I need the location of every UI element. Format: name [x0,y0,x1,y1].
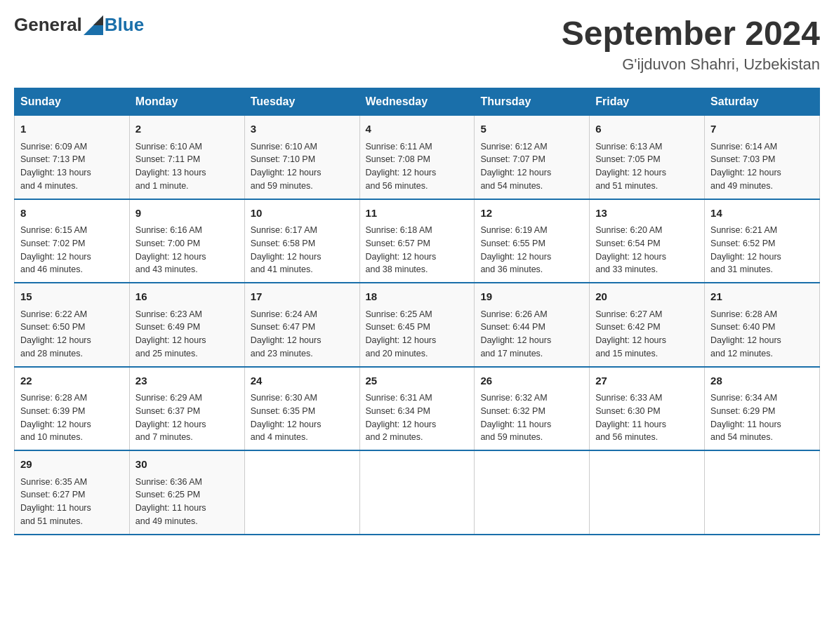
day-info: Sunrise: 6:34 AMSunset: 6:29 PMDaylight:… [710,391,814,444]
day-number: 16 [135,289,239,305]
calendar-cell: 24Sunrise: 6:30 AMSunset: 6:35 PMDayligh… [244,367,359,451]
calendar-cell: 5Sunrise: 6:12 AMSunset: 7:07 PMDaylight… [475,116,590,199]
day-info: Sunrise: 6:30 AMSunset: 6:35 PMDaylight:… [251,391,354,444]
calendar-cell: 15Sunrise: 6:22 AMSunset: 6:50 PMDayligh… [15,283,130,367]
day-info: Sunrise: 6:31 AMSunset: 6:34 PMDaylight:… [366,391,469,444]
day-number: 12 [480,206,583,222]
day-number: 25 [366,373,469,389]
calendar-cell: 18Sunrise: 6:25 AMSunset: 6:45 PMDayligh… [359,283,475,367]
day-info: Sunrise: 6:18 AMSunset: 6:57 PMDaylight:… [366,224,469,276]
day-info: Sunrise: 6:22 AMSunset: 6:50 PMDaylight:… [20,308,124,361]
calendar-cell [244,450,359,535]
day-number: 26 [480,373,583,389]
col-monday: Monday [129,88,244,116]
calendar-cell: 13Sunrise: 6:20 AMSunset: 6:54 PMDayligh… [590,199,705,283]
calendar-cell: 22Sunrise: 6:28 AMSunset: 6:39 PMDayligh… [15,367,130,451]
day-number: 23 [135,373,239,389]
day-info: Sunrise: 6:27 AMSunset: 6:42 PMDaylight:… [595,308,699,361]
col-saturday: Saturday [705,88,820,116]
day-number: 3 [251,121,354,137]
col-sunday: Sunday [15,88,130,116]
day-info: Sunrise: 6:29 AMSunset: 6:37 PMDaylight:… [135,391,239,444]
day-number: 27 [595,373,699,389]
day-number: 28 [710,373,814,389]
day-info: Sunrise: 6:12 AMSunset: 7:07 PMDaylight:… [480,140,583,193]
calendar-cell: 28Sunrise: 6:34 AMSunset: 6:29 PMDayligh… [705,367,820,451]
day-number: 13 [595,206,699,222]
calendar-cell: 19Sunrise: 6:26 AMSunset: 6:44 PMDayligh… [475,283,590,367]
day-number: 29 [20,457,124,473]
week-row-4: 22Sunrise: 6:28 AMSunset: 6:39 PMDayligh… [15,367,820,451]
day-number: 4 [366,121,469,137]
day-info: Sunrise: 6:36 AMSunset: 6:25 PMDaylight:… [135,476,239,528]
day-info: Sunrise: 6:16 AMSunset: 7:00 PMDaylight:… [135,224,239,276]
calendar-cell: 14Sunrise: 6:21 AMSunset: 6:52 PMDayligh… [705,199,820,283]
calendar-cell: 11Sunrise: 6:18 AMSunset: 6:57 PMDayligh… [359,199,475,283]
day-info: Sunrise: 6:28 AMSunset: 6:40 PMDaylight:… [710,308,814,361]
day-number: 5 [480,121,583,137]
calendar-cell: 29Sunrise: 6:35 AMSunset: 6:27 PMDayligh… [15,450,130,535]
day-info: Sunrise: 6:14 AMSunset: 7:03 PMDaylight:… [710,140,814,193]
calendar-cell [590,450,705,535]
day-info: Sunrise: 6:13 AMSunset: 7:05 PMDaylight:… [595,140,699,193]
day-info: Sunrise: 6:09 AMSunset: 7:13 PMDaylight:… [20,140,124,193]
day-info: Sunrise: 6:35 AMSunset: 6:27 PMDaylight:… [20,476,124,528]
day-number: 24 [251,373,354,389]
day-number: 21 [710,289,814,305]
calendar-cell: 12Sunrise: 6:19 AMSunset: 6:55 PMDayligh… [475,199,590,283]
day-number: 8 [20,206,124,222]
day-info: Sunrise: 6:10 AMSunset: 7:10 PMDaylight:… [251,140,354,193]
day-number: 20 [595,289,699,305]
logo: General Blue [14,14,144,36]
calendar-cell: 8Sunrise: 6:15 AMSunset: 7:02 PMDaylight… [15,199,130,283]
day-number: 6 [595,121,699,137]
calendar-cell: 26Sunrise: 6:32 AMSunset: 6:32 PMDayligh… [475,367,590,451]
week-row-5: 29Sunrise: 6:35 AMSunset: 6:27 PMDayligh… [15,450,820,535]
title-section: September 2024 G'ijduvon Shahri, Uzbekis… [562,14,820,74]
calendar-subtitle: G'ijduvon Shahri, Uzbekistan [562,55,820,74]
day-number: 22 [20,373,124,389]
calendar-cell: 3Sunrise: 6:10 AMSunset: 7:10 PMDaylight… [244,116,359,199]
day-info: Sunrise: 6:23 AMSunset: 6:49 PMDaylight:… [135,308,239,361]
calendar-table: Sunday Monday Tuesday Wednesday Thursday… [14,88,820,535]
day-info: Sunrise: 6:21 AMSunset: 6:52 PMDaylight:… [710,224,814,276]
logo-general-text: General [14,14,82,36]
calendar-title: September 2024 [562,14,820,53]
calendar-cell: 30Sunrise: 6:36 AMSunset: 6:25 PMDayligh… [129,450,244,535]
day-info: Sunrise: 6:28 AMSunset: 6:39 PMDaylight:… [20,391,124,444]
day-info: Sunrise: 6:26 AMSunset: 6:44 PMDaylight:… [480,308,583,361]
day-info: Sunrise: 6:32 AMSunset: 6:32 PMDaylight:… [480,391,583,444]
day-number: 19 [480,289,583,305]
col-wednesday: Wednesday [359,88,475,116]
col-tuesday: Tuesday [244,88,359,116]
day-number: 17 [251,289,354,305]
col-thursday: Thursday [475,88,590,116]
calendar-cell: 9Sunrise: 6:16 AMSunset: 7:00 PMDaylight… [129,199,244,283]
day-info: Sunrise: 6:15 AMSunset: 7:02 PMDaylight:… [20,224,124,276]
calendar-cell: 23Sunrise: 6:29 AMSunset: 6:37 PMDayligh… [129,367,244,451]
week-row-1: 1Sunrise: 6:09 AMSunset: 7:13 PMDaylight… [15,116,820,199]
day-info: Sunrise: 6:11 AMSunset: 7:08 PMDaylight:… [366,140,469,193]
day-info: Sunrise: 6:33 AMSunset: 6:30 PMDaylight:… [595,391,699,444]
svg-marker-1 [93,15,103,25]
day-info: Sunrise: 6:20 AMSunset: 6:54 PMDaylight:… [595,224,699,276]
col-friday: Friday [590,88,705,116]
calendar-cell: 2Sunrise: 6:10 AMSunset: 7:11 PMDaylight… [129,116,244,199]
week-row-3: 15Sunrise: 6:22 AMSunset: 6:50 PMDayligh… [15,283,820,367]
page-header: General Blue September 2024 G'ijduvon Sh… [14,14,820,74]
calendar-cell: 16Sunrise: 6:23 AMSunset: 6:49 PMDayligh… [129,283,244,367]
logo-icon [84,15,103,35]
calendar-cell: 1Sunrise: 6:09 AMSunset: 7:13 PMDaylight… [15,116,130,199]
calendar-cell [475,450,590,535]
day-info: Sunrise: 6:17 AMSunset: 6:58 PMDaylight:… [251,224,354,276]
calendar-cell [705,450,820,535]
calendar-cell: 7Sunrise: 6:14 AMSunset: 7:03 PMDaylight… [705,116,820,199]
week-row-2: 8Sunrise: 6:15 AMSunset: 7:02 PMDaylight… [15,199,820,283]
day-number: 7 [710,121,814,137]
calendar-cell: 4Sunrise: 6:11 AMSunset: 7:08 PMDaylight… [359,116,475,199]
day-info: Sunrise: 6:25 AMSunset: 6:45 PMDaylight:… [366,308,469,361]
calendar-cell: 20Sunrise: 6:27 AMSunset: 6:42 PMDayligh… [590,283,705,367]
day-number: 14 [710,206,814,222]
day-info: Sunrise: 6:19 AMSunset: 6:55 PMDaylight:… [480,224,583,276]
logo-blue-text: Blue [105,14,144,36]
